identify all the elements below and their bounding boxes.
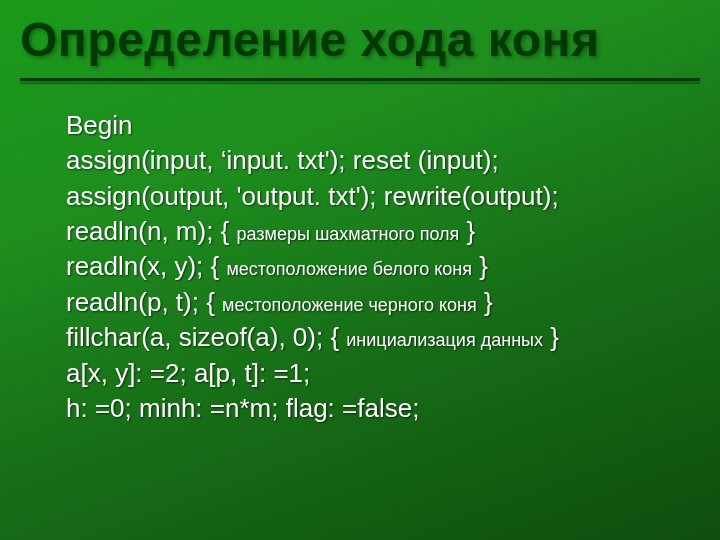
code-comment: инициализация данных [346,330,543,350]
code-line: Begin [66,108,666,143]
code-text: } [543,322,559,352]
code-block: Begin assign(input, ‘input. txt'); reset… [66,108,666,426]
code-text: assign(output, 'output. txt'); rewrite(o… [66,181,559,211]
code-text: assign(input, ‘input. txt'); reset (inpu… [66,145,499,175]
slide: Определение хода коня Begin assign(input… [0,0,720,540]
code-line: assign(output, 'output. txt'); rewrite(o… [66,179,666,214]
code-text: readln(x, y); { [66,251,226,281]
code-text: h: =0; minh: =n*m; flag: =false; [66,393,419,423]
code-text: Begin [66,110,133,140]
code-text: } [472,251,488,281]
slide-title: Определение хода коня [20,12,600,67]
code-text: fillchar(a, sizeof(a), 0); { [66,322,346,352]
title-underline [20,78,700,81]
code-line: readln(p, t); { местоположение черного к… [66,285,666,320]
code-line: fillchar(a, sizeof(a), 0); { инициализац… [66,320,666,355]
code-line: readln(n, m); { размеры шахматного поля … [66,214,666,249]
code-comment: местоположение черного коня [222,295,477,315]
code-comment: размеры шахматного поля [237,224,460,244]
code-text: readln(p, t); { [66,287,222,317]
code-text: } [459,216,475,246]
code-line: a[x, y]: =2; a[p, t]: =1; [66,356,666,391]
code-line: assign(input, ‘input. txt'); reset (inpu… [66,143,666,178]
code-text: a[x, y]: =2; a[p, t]: =1; [66,358,310,388]
code-line: readln(x, y); { местоположение белого ко… [66,249,666,284]
code-text: } [477,287,493,317]
code-line: h: =0; minh: =n*m; flag: =false; [66,391,666,426]
code-comment: местоположение белого коня [226,259,472,279]
code-text: readln(n, m); { [66,216,237,246]
